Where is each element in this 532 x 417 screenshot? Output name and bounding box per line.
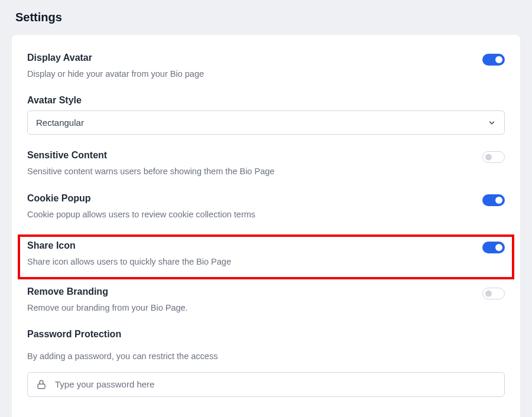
setting-title: Sensitive Content: [27, 150, 482, 161]
setting-desc: Display or hide your avatar from your Bi…: [27, 68, 482, 80]
settings-card: Display Avatar Display or hide your avat…: [12, 35, 520, 417]
setting-display-avatar: Display Avatar Display or hide your avat…: [27, 53, 505, 80]
password-input[interactable]: [55, 379, 496, 389]
svg-rect-0: [38, 384, 45, 389]
toggle-knob: [485, 291, 492, 297]
toggle-knob: [495, 197, 502, 204]
setting-desc: Cookie popup allows users to review cook…: [27, 209, 482, 220]
toggle-knob: [495, 56, 502, 63]
setting-text: Share Icon Share icon allows users to qu…: [27, 240, 482, 268]
setting-share-icon: Share Icon Share icon allows users to qu…: [19, 236, 513, 278]
chevron-down-icon: [488, 119, 496, 127]
toggle-display-avatar[interactable]: [482, 54, 505, 66]
setting-avatar-style: Avatar Style Rectangular: [27, 95, 505, 135]
toggle-knob: [485, 154, 492, 161]
setting-desc: Remove our branding from your Bio Page.: [27, 302, 482, 314]
setting-desc: By adding a password, you can restrict t…: [27, 350, 505, 362]
setting-title: Cookie Popup: [27, 193, 482, 204]
setting-title: Avatar Style: [27, 95, 505, 106]
toggle-remove-branding[interactable]: [482, 288, 505, 299]
toggle-cookie-popup[interactable]: [482, 194, 505, 206]
toggle-share-icon[interactable]: [482, 242, 505, 253]
select-value: Rectangular: [36, 118, 84, 128]
page-title: Settings: [12, 11, 520, 24]
setting-password-protection: Password Protection By adding a password…: [27, 329, 505, 396]
setting-remove-branding: Remove Branding Remove our branding from…: [27, 286, 505, 314]
setting-title: Password Protection: [27, 329, 505, 340]
setting-cookie-popup: Cookie Popup Cookie popup allows users t…: [27, 193, 505, 220]
toggle-sensitive-content[interactable]: [482, 151, 505, 163]
setting-text: Display Avatar Display or hide your avat…: [27, 53, 482, 80]
setting-desc: Share icon allows users to quickly share…: [27, 256, 482, 268]
lock-icon: [36, 379, 47, 390]
setting-title: Display Avatar: [27, 53, 482, 63]
setting-title: Remove Branding: [27, 286, 482, 297]
avatar-style-select[interactable]: Rectangular: [27, 110, 505, 135]
setting-text: Cookie Popup Cookie popup allows users t…: [27, 193, 482, 220]
password-input-box[interactable]: [27, 372, 505, 397]
setting-text: Remove Branding Remove our branding from…: [27, 286, 482, 314]
setting-text: Sensitive Content Sensitive content warn…: [27, 150, 482, 177]
setting-title: Share Icon: [27, 240, 482, 251]
toggle-knob: [495, 244, 502, 251]
setting-sensitive-content: Sensitive Content Sensitive content warn…: [27, 150, 505, 177]
setting-desc: Sensitive content warns users before sho…: [27, 165, 482, 177]
